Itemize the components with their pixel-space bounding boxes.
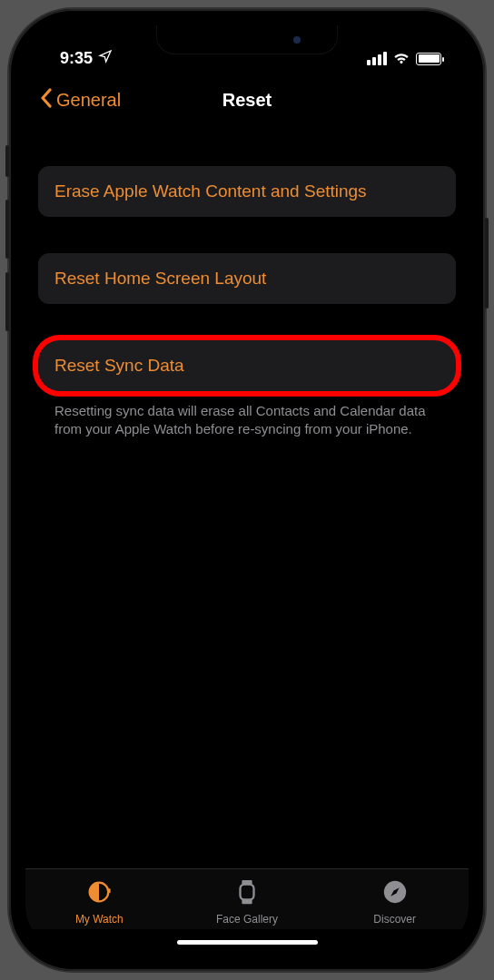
svg-rect-4 <box>240 885 253 900</box>
tab-discover-label: Discover <box>373 913 416 926</box>
reset-home-screen-label: Reset Home Screen Layout <box>54 269 266 288</box>
tab-discover[interactable]: Discover <box>321 878 468 926</box>
compass-icon <box>381 878 409 909</box>
screen: 9:35 General <box>25 25 469 955</box>
volume-up-button[interactable] <box>5 200 9 259</box>
erase-content-label: Erase Apple Watch Content and Settings <box>54 181 367 201</box>
reset-sync-data-button[interactable]: Reset Sync Data <box>38 340 456 391</box>
nav-bar: General Reset <box>25 75 469 125</box>
battery-icon <box>416 53 441 65</box>
tab-face-gallery-label: Face Gallery <box>216 913 278 926</box>
svg-rect-1 <box>109 888 111 893</box>
cellular-signal-icon <box>367 52 387 65</box>
phone-frame: 9:35 General <box>9 9 485 971</box>
reset-home-screen-button[interactable]: Reset Home Screen Layout <box>38 253 456 304</box>
tab-my-watch[interactable]: My Watch <box>26 878 173 926</box>
tab-face-gallery[interactable]: Face Gallery <box>173 878 320 926</box>
home-indicator[interactable] <box>177 940 318 945</box>
location-icon <box>98 49 113 68</box>
volume-down-button[interactable] <box>5 272 9 331</box>
footer-description: Resetting sync data will erase all Conta… <box>38 402 456 439</box>
reset-sync-data-label: Reset Sync Data <box>54 356 184 375</box>
content-area: Erase Apple Watch Content and Settings R… <box>25 125 469 868</box>
tab-bar: My Watch Face Gallery Discover <box>25 868 469 929</box>
back-button[interactable]: General <box>40 88 121 113</box>
tab-my-watch-label: My Watch <box>75 913 124 926</box>
watch-icon <box>85 878 113 909</box>
mute-switch[interactable] <box>5 145 9 177</box>
page-title: Reset <box>222 90 272 111</box>
erase-content-button[interactable]: Erase Apple Watch Content and Settings <box>38 166 456 217</box>
back-label: General <box>56 90 121 111</box>
power-button[interactable] <box>485 218 489 309</box>
notch <box>156 25 338 54</box>
chevron-left-icon <box>40 88 53 113</box>
status-time: 9:35 <box>60 49 93 68</box>
face-gallery-icon <box>233 878 261 909</box>
home-indicator-area <box>25 929 469 955</box>
wifi-icon <box>392 49 410 68</box>
